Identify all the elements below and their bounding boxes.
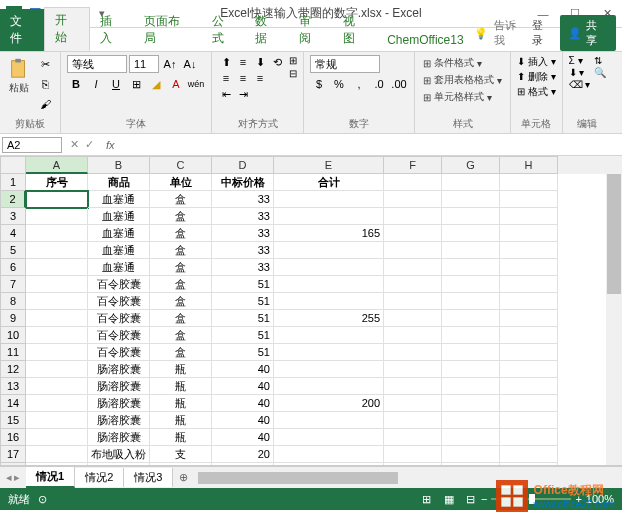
row-header[interactable]: 14 xyxy=(0,395,26,412)
phonetic-icon[interactable]: wén xyxy=(187,75,205,93)
cell[interactable] xyxy=(274,446,384,463)
clear-button[interactable]: ⌫ ▾ xyxy=(569,79,591,90)
cell[interactable]: 百令胶囊 xyxy=(88,276,150,293)
cell[interactable]: 瓶 xyxy=(150,395,212,412)
sheet-tab-2[interactable]: 情况2 xyxy=(75,468,124,487)
row-header[interactable]: 13 xyxy=(0,378,26,395)
format-painter-icon[interactable]: 🖌 xyxy=(36,95,54,113)
tab-insert[interactable]: 插入 xyxy=(90,9,134,51)
cell[interactable]: 百令胶囊 xyxy=(88,344,150,361)
cell[interactable]: 肠溶胶囊 xyxy=(88,378,150,395)
cell[interactable]: 瓶 xyxy=(150,412,212,429)
cell[interactable]: 血塞通 xyxy=(88,225,150,242)
cell[interactable]: 20 xyxy=(212,446,274,463)
underline-button[interactable]: U xyxy=(107,75,125,93)
cell[interactable]: 单位 xyxy=(150,174,212,191)
tab-home[interactable]: 开始 xyxy=(44,7,90,51)
cell[interactable] xyxy=(26,191,88,208)
cell[interactable] xyxy=(442,174,500,191)
find-select-button[interactable]: 🔍 xyxy=(594,67,606,78)
font-color-icon[interactable]: A xyxy=(167,75,185,93)
cell[interactable] xyxy=(26,208,88,225)
cell[interactable]: 255 xyxy=(274,310,384,327)
col-header-h[interactable]: H xyxy=(500,156,558,174)
cell[interactable] xyxy=(384,191,442,208)
cell[interactable]: 百令胶囊 xyxy=(88,327,150,344)
cell[interactable]: 33 xyxy=(212,225,274,242)
cell[interactable] xyxy=(274,276,384,293)
delete-cells-button[interactable]: ⬆ 删除 ▾ xyxy=(517,70,556,84)
cell[interactable] xyxy=(384,344,442,361)
cell[interactable] xyxy=(274,378,384,395)
cell[interactable] xyxy=(26,293,88,310)
cell[interactable] xyxy=(442,310,500,327)
cell[interactable]: 瓶 xyxy=(150,378,212,395)
conditional-format-button[interactable]: ⊞条件格式 ▾ xyxy=(421,55,504,71)
cell[interactable] xyxy=(26,412,88,429)
col-header-e[interactable]: E xyxy=(274,156,384,174)
format-table-button[interactable]: ⊞套用表格格式 ▾ xyxy=(421,72,504,88)
cell[interactable]: 200 xyxy=(274,395,384,412)
align-top-icon[interactable]: ⬆ xyxy=(218,55,234,69)
cell[interactable] xyxy=(500,293,558,310)
tab-view[interactable]: 视图 xyxy=(333,9,377,51)
cell[interactable] xyxy=(274,293,384,310)
cell[interactable] xyxy=(384,225,442,242)
cell[interactable] xyxy=(26,310,88,327)
col-header-c[interactable]: C xyxy=(150,156,212,174)
font-size-select[interactable] xyxy=(129,55,159,73)
tab-page-layout[interactable]: 页面布局 xyxy=(134,9,202,51)
align-right-icon[interactable]: ≡ xyxy=(252,71,268,85)
cell[interactable]: 盒 xyxy=(150,327,212,344)
decrease-decimal-icon[interactable]: .00 xyxy=(390,75,408,93)
cell[interactable] xyxy=(26,344,88,361)
border-icon[interactable]: ⊞ xyxy=(127,75,145,93)
cell[interactable] xyxy=(384,259,442,276)
cell[interactable] xyxy=(442,463,500,466)
cell[interactable]: 51 xyxy=(212,293,274,310)
cell[interactable]: 盒 xyxy=(150,344,212,361)
cell[interactable]: 序号 xyxy=(26,174,88,191)
cell[interactable]: 百令胶囊 xyxy=(88,293,150,310)
cell[interactable] xyxy=(442,378,500,395)
align-center-icon[interactable]: ≡ xyxy=(235,71,251,85)
col-header-f[interactable]: F xyxy=(384,156,442,174)
bold-button[interactable]: B xyxy=(67,75,85,93)
fx-button[interactable]: fx xyxy=(100,139,121,151)
cell[interactable]: 盒 xyxy=(150,225,212,242)
cell[interactable]: 血塞通 xyxy=(88,242,150,259)
cell[interactable] xyxy=(500,191,558,208)
cut-icon[interactable]: ✂ xyxy=(36,55,54,73)
cell[interactable] xyxy=(442,225,500,242)
cell[interactable] xyxy=(500,327,558,344)
sheet-nav-next-icon[interactable]: ▸ xyxy=(14,471,20,484)
cell[interactable]: 40 xyxy=(212,378,274,395)
cell[interactable]: 血塞通 xyxy=(88,208,150,225)
cell[interactable]: 20 xyxy=(212,463,274,466)
cell[interactable] xyxy=(500,242,558,259)
decrease-font-icon[interactable]: A↓ xyxy=(181,55,199,73)
cell[interactable]: 血塞通 xyxy=(88,191,150,208)
cell[interactable]: 33 xyxy=(212,191,274,208)
currency-icon[interactable]: $ xyxy=(310,75,328,93)
cell[interactable]: 盒 xyxy=(150,310,212,327)
cell[interactable] xyxy=(442,429,500,446)
cell[interactable]: 中标价格 xyxy=(212,174,274,191)
cell[interactable] xyxy=(384,293,442,310)
cell[interactable]: 165 xyxy=(274,225,384,242)
cell[interactable] xyxy=(384,361,442,378)
cell[interactable] xyxy=(442,327,500,344)
cell[interactable] xyxy=(500,395,558,412)
cell[interactable] xyxy=(442,191,500,208)
row-header[interactable]: 8 xyxy=(0,293,26,310)
cell[interactable] xyxy=(26,446,88,463)
row-header[interactable]: 4 xyxy=(0,225,26,242)
align-bottom-icon[interactable]: ⬇ xyxy=(252,55,268,69)
cancel-formula-icon[interactable]: ✕ xyxy=(70,138,79,151)
cell[interactable]: 盒 xyxy=(150,276,212,293)
formula-input[interactable] xyxy=(121,143,622,147)
cell[interactable] xyxy=(384,208,442,225)
cell[interactable] xyxy=(500,259,558,276)
cell[interactable] xyxy=(500,361,558,378)
col-header-g[interactable]: G xyxy=(442,156,500,174)
